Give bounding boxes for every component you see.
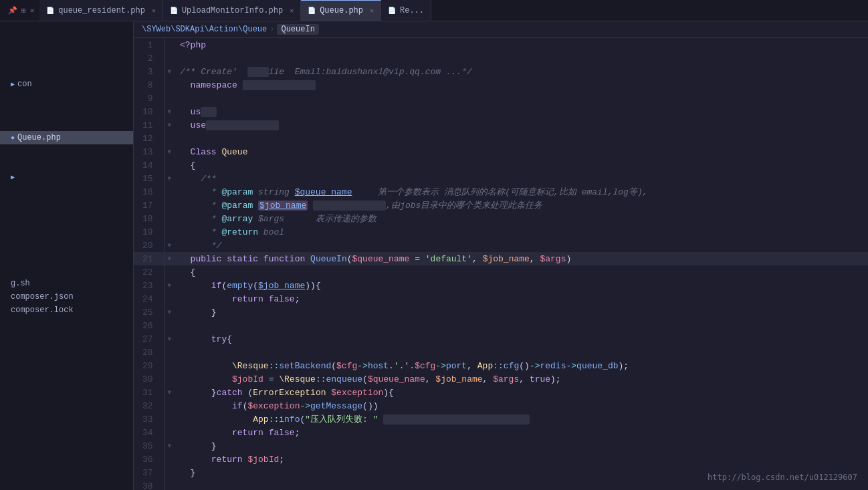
fold-gutter[interactable]: ▼ [164,118,175,132]
line-number: 3 [134,65,164,78]
sidebar: ▶ con ● Queue.php ▶ g.sh composer.json c… [0,21,134,490]
fold-gutter[interactable]: ▼ [164,279,175,292]
sidebar-arrow-icon: ▶ [11,80,15,88]
tab-label-1: queue_resident.php [58,6,145,15]
table-row: 9 [134,92,868,105]
sidebar-expand-icon: ▶ [11,173,15,181]
line-number: 20 [134,239,164,252]
code-line: * @return bool [175,225,868,239]
fold-gutter[interactable]: ▼ [164,145,175,158]
watermark: http://blog.csdn.net/u012129607 [708,473,857,482]
tab-upload-monitor[interactable]: 📄 UploadMonitorInfo.php ✕ [163,0,301,21]
tab-queue-resident[interactable]: 📄 queue_resident.php ✕ [39,0,163,21]
fold-gutter[interactable]: ▼ [164,239,175,252]
table-row: 26 [134,319,868,332]
table-row: 28 [134,346,868,359]
line-number: 2 [134,51,164,65]
tab-close-3[interactable]: ✕ [370,7,374,15]
fold-gutter [164,265,175,279]
sidebar-item-composer-json[interactable]: composer.json [0,290,133,303]
fold-gutter[interactable]: ▼ [164,105,175,118]
breadcrumb-bar: \SYWeb\SDKApi\Action\Queue › QueueIn [134,21,868,38]
code-line: } [175,439,868,453]
tab-icon-4: 📄 [388,7,396,15]
fold-gutter[interactable]: ▼ [164,172,175,185]
line-number: 17 [134,199,164,212]
pin-icon[interactable]: 📌 [8,6,17,15]
tab-bar-icons: 📌 ⊞ ✕ [3,6,39,15]
tab-queue[interactable]: 📄 Queue.php ✕ [301,0,381,21]
line-number: 32 [134,399,164,412]
tab-close-1[interactable]: ✕ [152,7,156,15]
code-line: $jobId = \Resque::enqueue($queue_name, $… [175,372,868,386]
fold-gutter[interactable]: ▼ [164,439,175,453]
breadcrumb-path[interactable]: \SYWeb\SDKApi\Action\Queue [142,25,267,34]
fold-gutter[interactable]: ▼ [164,305,175,319]
code-line: namespace [175,78,868,92]
table-row: 19 * @return bool [134,225,868,239]
line-number: 29 [134,359,164,372]
fold-gutter [164,359,175,372]
sidebar-item-queue[interactable]: ● Queue.php [0,131,133,144]
line-number: 38 [134,479,164,490]
sidebar-item-composer-lock[interactable]: composer.lock [0,303,133,317]
code-line: * @param $job_name ,由jobs目录中的哪个类来处理此条任务 [175,199,868,212]
fold-gutter[interactable]: ▼ [164,386,175,399]
fold-gutter[interactable]: ▼ [164,252,175,265]
line-number: 37 [134,466,164,479]
table-row: 11▼ use [134,118,868,132]
code-line: public static function QueueIn($queue_na… [175,252,868,265]
tab-re[interactable]: 📄 Re... [381,0,431,21]
code-line: us [175,105,868,118]
sidebar-label-con: con [17,80,32,89]
code-line: if($exception->getMessage()) [175,399,868,412]
split-icon[interactable]: ⊞ [21,6,26,15]
table-row: 27▼ try{ [134,332,868,346]
line-number: 30 [134,372,164,386]
fold-gutter[interactable]: ▼ [164,65,175,78]
code-line: Class Queue [175,145,868,158]
fold-gutter [164,479,175,490]
line-number: 8 [134,78,164,92]
table-row: 24 return false; [134,292,868,305]
code-line: */ [175,239,868,252]
table-row: 1<?php [134,38,868,51]
fold-gutter [164,346,175,359]
close-panel-icon[interactable]: ✕ [30,6,35,15]
sidebar-item-arrow[interactable]: ▶ [0,171,133,183]
line-number: 36 [134,453,164,466]
tab-label-4: Re... [400,6,424,15]
tab-close-2[interactable]: ✕ [290,7,294,15]
code-line: return $jobId; [175,453,868,466]
table-row: 20▼ */ [134,239,868,252]
tab-label-2: UploadMonitorInfo.php [182,6,283,15]
sidebar-item-gsh[interactable]: g.sh [0,277,133,290]
fold-gutter [164,399,175,412]
table-row: 25▼ } [134,305,868,319]
code-container: \SYWeb\SDKApi\Action\Queue › QueueIn 1<?… [134,21,868,490]
code-line: * @param string $queue_name 第一个参数表示 消息队列… [175,185,868,199]
tab-icon-3: 📄 [308,7,316,15]
sidebar-item-con[interactable]: ▶ con [0,78,133,91]
fold-gutter[interactable]: ▼ [164,332,175,346]
fold-gutter [164,453,175,466]
code-line: }catch (ErrorException $exception){ [175,386,868,399]
table-row: 16 * @param string $queue_name 第一个参数表示 消… [134,185,868,199]
breadcrumb-separator: › [269,25,274,34]
code-line: /** [175,172,868,185]
fold-gutter [164,38,175,51]
fold-gutter [164,412,175,426]
fold-gutter [164,212,175,225]
table-row: 8 namespace [134,78,868,92]
line-number: 24 [134,292,164,305]
breadcrumb-current[interactable]: QueueIn [277,24,318,35]
code-line: * @array $args 表示传递的参数 [175,212,868,225]
table-row: 17 * @param $job_name ,由jobs目录中的哪个类来处理此条… [134,199,868,212]
line-number: 34 [134,426,164,439]
code-line: { [175,158,868,172]
line-number: 16 [134,185,164,199]
fold-gutter [164,225,175,239]
code-scroll[interactable]: 1<?php23▼/** Create' iie Email:baidushan… [134,38,868,490]
line-number: 31 [134,386,164,399]
code-line: \Resque::setBackend($cfg->host.'.'.$cfg-… [175,359,868,372]
